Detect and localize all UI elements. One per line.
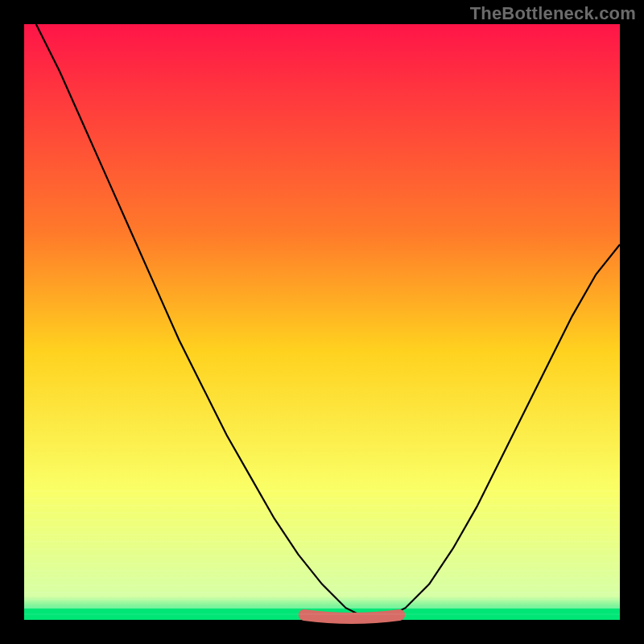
optimal-range-band	[304, 615, 399, 618]
plot-background	[24, 24, 620, 620]
watermark-text: TheBottleneck.com	[470, 3, 636, 24]
chart-frame: TheBottleneck.com	[0, 0, 644, 644]
bottleneck-chart-svg	[0, 0, 644, 644]
